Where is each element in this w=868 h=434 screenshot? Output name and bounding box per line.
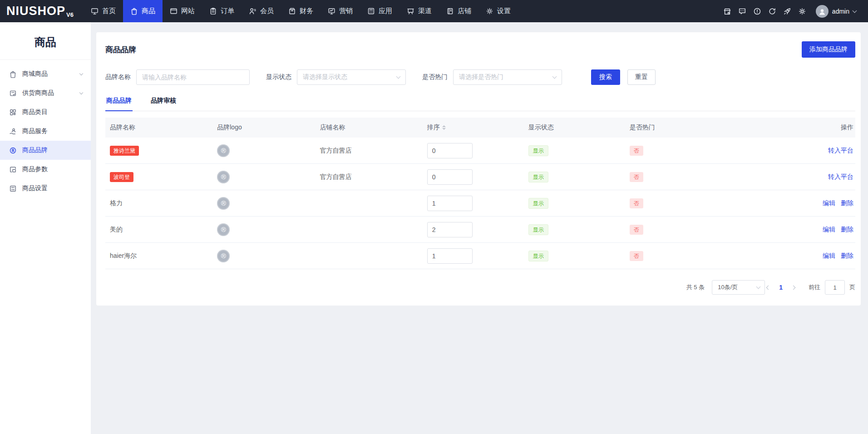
sort-input[interactable] xyxy=(427,143,473,158)
tabs: 商品品牌 品牌审核 xyxy=(105,93,855,111)
table-row: haier海尔 ® 显示 否 编辑删除 xyxy=(105,243,855,269)
nav-item-settings[interactable]: 设置 xyxy=(478,0,518,22)
nav-item-home[interactable]: 首页 xyxy=(84,0,123,22)
edit-link[interactable]: 编辑 xyxy=(823,226,835,234)
brand-name-cell: 波司登 xyxy=(105,172,212,182)
goto-page-input[interactable] xyxy=(825,280,845,295)
chevron-down-icon xyxy=(552,74,557,79)
hot-cell: 否 xyxy=(625,172,749,182)
table-row: 格力 ® 显示 否 编辑删除 xyxy=(105,190,855,217)
sidebar-item-params[interactable]: 商品参数 xyxy=(0,160,91,179)
message-icon[interactable] xyxy=(738,7,746,15)
add-brand-button[interactable]: 添加商品品牌 xyxy=(802,41,855,58)
sidebar-item-mall-goods[interactable]: 商城商品 xyxy=(0,64,91,84)
sidebar-item-label: 商城商品 xyxy=(22,70,48,78)
col-brand-name: 品牌名称 xyxy=(105,123,212,132)
brand-logo-registered-icon: ® xyxy=(217,223,230,236)
brand-name-cell: 美的 xyxy=(105,226,212,234)
status-badge: 显示 xyxy=(528,198,548,209)
supplier-box-icon xyxy=(9,89,17,97)
brand-logo-registered-icon: ® xyxy=(217,197,230,210)
sidebar-item-service[interactable]: 商品服务 xyxy=(0,122,91,141)
nav-item-orders[interactable]: 订单 xyxy=(202,0,242,22)
tab-brand-audit[interactable]: 品牌审核 xyxy=(150,93,177,111)
transfer-platform-link[interactable]: 转入平台 xyxy=(828,173,853,181)
sort-input[interactable] xyxy=(427,196,473,211)
refresh-icon[interactable] xyxy=(768,7,776,15)
chevron-right-icon xyxy=(791,285,796,290)
sort-input[interactable] xyxy=(427,222,473,237)
brand-name-cell: haier海尔 xyxy=(105,252,212,260)
prev-page-button[interactable] xyxy=(765,284,772,291)
sidebar-item-brand[interactable]: 商品品牌 xyxy=(0,141,91,160)
edit-link[interactable]: 编辑 xyxy=(823,252,835,260)
nav-label: 营销 xyxy=(339,7,353,15)
sort-input[interactable] xyxy=(427,169,473,185)
delete-link[interactable]: 删除 xyxy=(841,252,853,260)
sidebar-item-goods-settings[interactable]: 商品设置 xyxy=(0,179,91,198)
sort-cell xyxy=(423,143,524,158)
nav-item-members[interactable]: 会员 xyxy=(242,0,281,22)
sort-cell xyxy=(423,248,524,264)
brand-logo-registered-icon: ® xyxy=(217,250,230,262)
content-card: 商品品牌 添加商品品牌 品牌名称 显示状态 请选择显示状态 是否热门 xyxy=(96,32,861,306)
edit-link[interactable]: 编辑 xyxy=(823,199,835,207)
display-status-filter-label: 显示状态 xyxy=(266,73,291,81)
sidebar-item-label: 商品参数 xyxy=(22,165,48,173)
nav-item-goods[interactable]: 商品 xyxy=(123,0,163,22)
user-name: admin xyxy=(832,8,849,15)
rocket-icon[interactable] xyxy=(783,7,791,15)
sort-caret-icon[interactable] xyxy=(442,123,446,132)
sidebar-item-supplier-goods[interactable]: 供货商商品 xyxy=(0,84,91,103)
notice-icon[interactable] xyxy=(753,7,761,15)
page-size-select[interactable]: 10条/页 xyxy=(712,280,765,295)
col-brand-logo: 品牌logo xyxy=(212,123,315,132)
sidebar-title: 商品 xyxy=(0,22,91,59)
tab-brand-list[interactable]: 商品品牌 xyxy=(105,93,133,111)
reset-button[interactable]: 重置 xyxy=(627,69,656,85)
gear-icon[interactable] xyxy=(798,7,806,15)
shop-name-cell: 官方自营店 xyxy=(316,147,423,155)
status-badge: 显示 xyxy=(528,172,548,182)
col-sort: 排序 xyxy=(423,123,524,132)
actions-cell: 编辑删除 xyxy=(749,199,855,207)
display-status-select[interactable]: 请选择显示状态 xyxy=(297,69,406,85)
sidebar: 商品 商城商品 供货商商品 商品类目 商品服务 xyxy=(0,22,91,434)
total-count: 共 5 条 xyxy=(686,283,705,291)
sidebar-item-label: 商品服务 xyxy=(22,127,48,135)
sidebar-item-category[interactable]: 商品类目 xyxy=(0,103,91,122)
nav-item-store[interactable]: 店铺 xyxy=(439,0,478,22)
hot-select[interactable]: 请选择是否热门 xyxy=(453,69,562,85)
channel-icon xyxy=(407,7,414,15)
app-logo[interactable]: NIUSHOP V6 xyxy=(0,0,84,22)
status-cell: 显示 xyxy=(524,251,625,261)
actions-cell: 编辑删除 xyxy=(749,226,855,234)
nav-item-marketing[interactable]: 营销 xyxy=(321,0,360,22)
hot-cell: 否 xyxy=(625,225,749,235)
brand-logo-cell: ® xyxy=(212,250,315,262)
nav-item-apps[interactable]: 应用 xyxy=(360,0,399,22)
current-page[interactable]: 1 xyxy=(779,284,783,291)
nav-item-website[interactable]: 网站 xyxy=(163,0,202,22)
nav-item-channels[interactable]: 渠道 xyxy=(399,0,439,22)
nav-item-finance[interactable]: 财务 xyxy=(281,0,321,22)
search-button[interactable]: 搜索 xyxy=(591,69,620,85)
sort-input[interactable] xyxy=(427,248,473,264)
brand-logo-cell: ® xyxy=(212,144,315,157)
logo-text: NIUSHOP xyxy=(6,4,65,18)
user-menu[interactable]: admin xyxy=(816,5,856,18)
sort-cell xyxy=(423,196,524,211)
category-grid-icon xyxy=(9,108,17,116)
brand-name-input[interactable] xyxy=(136,69,250,85)
status-cell: 显示 xyxy=(524,224,625,235)
finance-icon xyxy=(288,7,296,15)
status-badge: 显示 xyxy=(528,145,548,156)
delete-link[interactable]: 删除 xyxy=(841,226,853,234)
sidebar-nav: 商城商品 供货商商品 商品类目 商品服务 商品品牌 商 xyxy=(0,60,91,198)
select-placeholder: 请选择是否热门 xyxy=(459,73,503,81)
transfer-platform-link[interactable]: 转入平台 xyxy=(828,147,853,155)
next-page-button[interactable] xyxy=(790,284,797,291)
brand-name-cell: 雅诗兰黛 xyxy=(105,146,212,156)
delete-link[interactable]: 删除 xyxy=(841,199,853,207)
storefront-icon[interactable] xyxy=(723,7,731,15)
